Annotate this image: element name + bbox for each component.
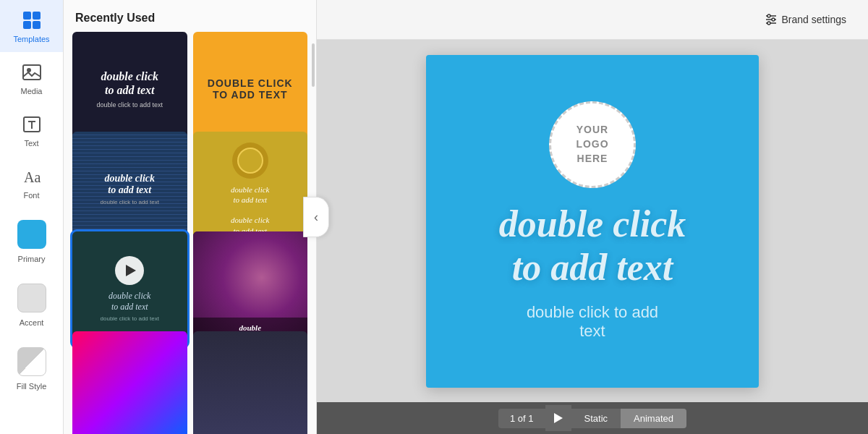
accent-swatch [17,284,46,312]
svg-rect-4 [23,65,41,80]
brand-settings-button[interactable]: Brand settings [757,9,854,30]
svg-rect-2 [23,21,31,29]
text-icon [20,113,43,136]
template-main-text: double clickto add textdouble clickto ad… [231,184,269,236]
template-card[interactable]: DOUBLE CLICKTO ADD TEXT [193,32,308,147]
template-card[interactable]: double clickto add text double click to … [72,32,187,147]
font-icon: Aa [20,165,43,188]
sidebar-item-label: Text [24,139,38,148]
sidebar-item-media[interactable]: Media [0,52,63,104]
sidebar-item-font[interactable]: Aa Font [0,156,63,208]
canvas-sub-text[interactable]: double click to addtext [527,303,658,341]
sidebar-item-primary[interactable]: Primary [0,208,63,272]
sidebar: Templates Media Text Aa Font P [0,0,64,434]
svg-point-13 [767,22,770,25]
template-main-text: DOUBLE CLICKTO ADD TEXT [208,77,293,101]
sidebar-item-label: Templates [13,35,49,43]
scrollbar-thumb[interactable] [312,43,315,87]
svg-rect-0 [23,12,31,20]
template-main-text: double clickto add text [109,291,150,312]
canvas-preview[interactable]: YOURLOGOHERE double clickto add text dou… [426,55,759,388]
svg-text:Aa: Aa [24,169,41,185]
brand-settings-icon [765,13,778,26]
template-sub-text: double click to add text [96,101,163,109]
svg-point-11 [767,14,770,17]
sidebar-item-text[interactable]: Text [0,104,63,156]
template-main-text: double clickto add text [104,173,155,196]
logo-text: YOURLOGOHERE [576,123,608,166]
main-toolbar: Brand settings [317,0,868,40]
play-preview-button[interactable] [545,405,571,431]
brand-settings-label: Brand settings [782,14,847,25]
sidebar-item-label: Media [21,87,43,95]
sidebar-item-fillstyle[interactable]: Fill Style [0,336,63,399]
templates-panel: Recently Used double clickto add text do… [64,0,317,434]
template-card[interactable] [72,331,187,434]
template-main-text: double clickto add text [101,69,158,97]
template-card[interactable]: double clickto add textdouble clickto ad… [193,132,308,247]
canvas-area: YOURLOGOHERE double clickto add text dou… [317,40,868,402]
sidebar-item-accent[interactable]: Accent [0,272,63,336]
sidebar-item-label: Accent [20,318,44,327]
play-button [115,256,144,285]
bottom-bar: 1 of 1 Static Animated [317,402,868,434]
template-sub-text: double click to add text [101,315,159,322]
mode-animated-button[interactable]: Animated [621,409,686,428]
canvas-main-text[interactable]: double clickto add text [499,203,686,289]
svg-point-5 [27,68,31,72]
svg-rect-3 [33,21,41,29]
svg-rect-1 [33,12,41,20]
sidebar-item-label: Fill Style [17,382,47,391]
media-icon [20,61,43,84]
templates-icon [20,9,43,32]
fill-swatch [17,347,46,376]
mode-static-button[interactable]: Static [571,409,621,428]
collapse-panel-button[interactable] [303,197,329,237]
template-card[interactable]: doubleclick to add text [193,231,308,346]
templates-grid: double clickto add text double click to … [64,32,316,434]
page-indicator: 1 of 1 [498,409,545,428]
template-card[interactable] [193,331,308,434]
logo-placeholder: YOURLOGOHERE [549,101,636,188]
sidebar-item-templates[interactable]: Templates [0,0,63,52]
main-area: Brand settings YOURLOGOHERE double click… [317,0,868,434]
template-card[interactable]: double clickto add text double click to … [72,132,187,247]
sidebar-item-label: Font [23,191,39,200]
template-sub-text: double click to add text [101,199,159,205]
svg-point-12 [772,18,775,21]
sidebar-item-label: Primary [18,255,46,263]
primary-swatch [17,220,46,249]
panel-title: Recently Used [64,0,316,32]
template-card[interactable]: double clickto add text double click to … [72,231,187,346]
